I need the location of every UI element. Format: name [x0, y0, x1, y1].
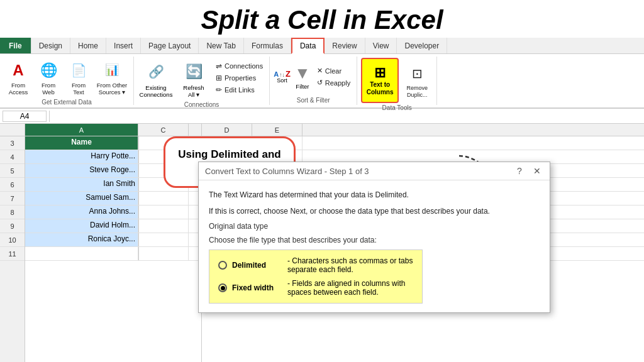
dialog-desc2: If this is correct, choose Next, or choo…: [209, 206, 540, 217]
tab-home[interactable]: Home: [70, 38, 106, 53]
clear-button[interactable]: ✕ Clear: [314, 65, 353, 76]
row-num-6: 6: [0, 178, 25, 192]
from-access-label: From Access: [5, 82, 31, 96]
cell-a7[interactable]: Samuel Sam...: [25, 192, 138, 205]
table-row: Anna Johns...: [25, 206, 201, 219]
edit-links-icon: ✏: [216, 85, 222, 94]
row-num-3: 3: [0, 136, 25, 150]
row-num-10: 10: [0, 233, 25, 247]
radio-fixed-width-desc: - Fields are aligned in columns with spa…: [287, 279, 413, 297]
tab-file[interactable]: File: [0, 38, 31, 53]
cell-c7[interactable]: [138, 192, 189, 205]
connections-icon: ⇌: [216, 62, 222, 70]
ribbon: File Design Home Insert Page Layout New …: [0, 38, 644, 109]
dialog-close-button[interactable]: ✕: [531, 166, 543, 176]
from-other-sources-button[interactable]: 📊 From OtherSources ▾: [94, 58, 130, 97]
existing-connections-icon: 🔗: [148, 64, 164, 79]
row-num-7: 7: [0, 192, 25, 206]
other-sources-icon: 📊: [105, 63, 119, 77]
properties-button[interactable]: ⊞ Properties: [213, 72, 265, 84]
dialog-desc1: The Text Wizard has determined that your…: [209, 189, 540, 200]
tab-page-layout[interactable]: Page Layout: [141, 38, 199, 53]
remove-duplicates-button[interactable]: ⊡ RemoveDuplic...: [401, 61, 433, 100]
remove-duplicates-label: RemoveDuplic...: [406, 85, 428, 99]
radio-delimited[interactable]: [218, 261, 227, 270]
tab-view[interactable]: View: [365, 38, 397, 53]
text-to-columns-label: Text toColumns: [367, 81, 394, 96]
cell-a6[interactable]: Ian Smith: [25, 178, 138, 191]
reapply-icon: ↺: [317, 79, 323, 87]
tab-design[interactable]: Design: [31, 38, 70, 53]
radio-delimited-label: Delimited: [232, 261, 282, 270]
from-other-sources-label: From OtherSources ▾: [97, 82, 128, 96]
from-access-button[interactable]: A From Access: [4, 58, 33, 97]
cell-a4[interactable]: Harry Potte...: [25, 150, 138, 163]
table-row: Samuel Sam...: [25, 192, 201, 206]
cell-c10[interactable]: [138, 233, 189, 246]
text-to-columns-button[interactable]: ⊞ Text toColumns: [361, 58, 399, 103]
existing-connections-label: ExistingConnections: [140, 84, 173, 99]
cell-a3[interactable]: Name: [25, 136, 138, 150]
radio-fixed-width[interactable]: [218, 283, 227, 292]
reapply-label: Reapply: [325, 79, 350, 87]
radio-fixed-width-row[interactable]: Fixed width - Fields are aligned in colu…: [218, 279, 413, 297]
text-to-columns-icon: ⊞: [374, 65, 386, 81]
row-num-5: 5: [0, 164, 25, 178]
clear-label: Clear: [325, 67, 341, 75]
connections-button[interactable]: ⇌ Connections: [213, 60, 265, 72]
existing-connections-button[interactable]: 🔗 ExistingConnections: [138, 58, 174, 100]
tab-review[interactable]: Review: [325, 38, 365, 53]
radio-delimited-row[interactable]: Delimited - Characters such as commas or…: [218, 256, 413, 274]
clear-icon: ✕: [317, 67, 323, 75]
group-connections: 🔗 ExistingConnections 🔄 RefreshAll ▾ ⇌ C…: [134, 57, 270, 105]
row-num-11: 11: [0, 247, 25, 261]
cell-c9[interactable]: [138, 219, 189, 233]
tab-formulas[interactable]: Formulas: [244, 38, 291, 53]
reapply-button[interactable]: ↺ Reapply: [314, 77, 353, 88]
group-get-external-data: A From Access 🌐 FromWeb 📄 FromText: [0, 57, 134, 105]
col-header-d[interactable]: D: [202, 124, 252, 136]
cell-a11[interactable]: [25, 247, 138, 260]
tab-new-tab[interactable]: New Tab: [199, 38, 243, 53]
refresh-all-button[interactable]: 🔄 RefreshAll ▾: [175, 58, 212, 100]
row-num-4: 4: [0, 150, 25, 164]
cell-c11[interactable]: [138, 247, 189, 260]
sort-az-button[interactable]: A ↑↓ Z Sort: [274, 70, 291, 84]
table-row: [25, 247, 201, 261]
tab-insert[interactable]: Insert: [106, 38, 141, 53]
text-to-columns-dialog: Convert Text to Columns Wizard - Step 1 …: [198, 162, 550, 313]
cell-a8[interactable]: Anna Johns...: [25, 206, 138, 219]
properties-icon: ⊞: [216, 74, 222, 82]
formula-bar: [0, 109, 644, 124]
col-header-c[interactable]: C: [138, 124, 189, 136]
group-data-tools: ⊞ Text toColumns ⊡ RemoveDuplic... Data …: [357, 57, 437, 105]
edit-links-button[interactable]: ✏ Edit Links: [213, 84, 265, 96]
from-text-button[interactable]: 📄 FromText: [64, 58, 93, 97]
filter-icon: ▼: [294, 63, 311, 83]
cell-a5[interactable]: Steve Roge...: [25, 164, 138, 177]
col-header-e[interactable]: E: [252, 124, 303, 136]
tab-developer[interactable]: Developer: [397, 38, 447, 53]
cell-a9[interactable]: David Holm...: [25, 219, 138, 233]
properties-label: Properties: [225, 74, 256, 82]
sort-filter-label: Sort & Filter: [297, 96, 330, 104]
name-box[interactable]: [3, 111, 47, 122]
row-num-9: 9: [0, 219, 25, 233]
dialog-help-button[interactable]: ?: [513, 166, 526, 176]
tab-data[interactable]: Data: [291, 38, 325, 54]
text-icon: 📄: [71, 63, 87, 78]
dialog-title: Convert Text to Columns Wizard - Step 1 …: [205, 167, 369, 176]
cell-a10[interactable]: Ronica Joyc...: [25, 233, 138, 246]
refresh-all-label: RefreshAll ▾: [183, 84, 204, 99]
data-tools-label: Data Tools: [382, 103, 412, 111]
get-external-data-label: Get External Data: [42, 97, 91, 106]
cell-c8[interactable]: [138, 206, 189, 219]
table-row: David Holm...: [25, 219, 201, 233]
radio-fixed-width-label: Fixed width: [232, 283, 282, 292]
group-sort-filter: A ↑↓ Z Sort ▼ Filter ✕ Clear: [270, 57, 357, 105]
from-web-button[interactable]: 🌐 FromWeb: [34, 58, 63, 97]
col-header-a[interactable]: A: [25, 124, 138, 136]
row-num-header: [0, 124, 25, 136]
table-row: Ronica Joyc...: [25, 233, 201, 247]
filter-label: Filter: [296, 83, 309, 90]
